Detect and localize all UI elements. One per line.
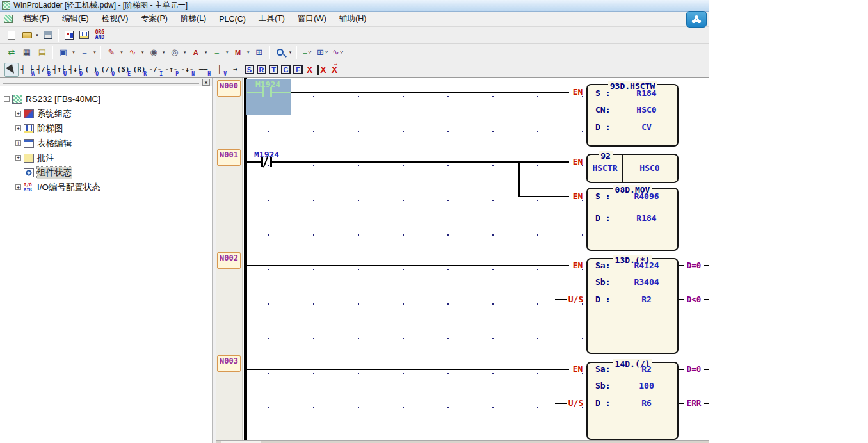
mdi-child-icon[interactable]	[4, 15, 13, 23]
component-signal-caret[interactable]: ▼	[141, 51, 145, 54]
motor-config-button[interactable]: ◉	[147, 45, 161, 60]
collapse-box-icon[interactable]: −	[4, 96, 10, 102]
counter-c-button[interactable]: C	[281, 65, 291, 74]
step-s-button[interactable]: S	[245, 65, 254, 74]
expand-box-icon[interactable]: +	[15, 155, 21, 161]
menu-project[interactable]: 专案(P)	[134, 12, 174, 26]
coil-reset-tool[interactable]: (R)R	[131, 63, 147, 77]
motor-config-caret[interactable]: ▼	[162, 51, 166, 54]
component-a-caret[interactable]: ▼	[204, 51, 208, 54]
motor-caret[interactable]: ▼	[183, 51, 187, 54]
function-block-divide[interactable]: 14D.(/) Sa: R2 Sb: 100 D : R6	[586, 362, 679, 440]
param-value[interactable]: R2	[623, 294, 670, 304]
hline-tool[interactable]: ──H	[195, 63, 211, 77]
param-value[interactable]: R6	[623, 398, 670, 408]
select-cursor-button[interactable]	[4, 63, 19, 77]
network-label-n002[interactable]: N002	[217, 252, 241, 269]
param-value[interactable]: R4096	[623, 191, 670, 201]
ladder-row-button[interactable]: ≡	[77, 45, 92, 60]
instruction-mode-button[interactable]: ORG AND	[93, 28, 107, 42]
delete-element-button[interactable]: X	[307, 65, 312, 75]
coil-tool[interactable]: ( )O	[83, 63, 99, 77]
contact-nc-tool[interactable]: ┤/├B	[35, 63, 51, 77]
menu-file[interactable]: 档案(F)	[17, 12, 56, 26]
query-ladder-button[interactable]: ⊞?	[316, 45, 330, 60]
query-contact-button[interactable]: ∿?	[331, 45, 345, 60]
monitor-table-button[interactable]	[62, 28, 76, 42]
param-value[interactable]: R3404	[623, 277, 670, 287]
motor-button[interactable]: ◎	[168, 45, 182, 60]
tree-root[interactable]: − RS232 [FBs-40MC]	[4, 92, 212, 106]
relay-r-button[interactable]: R	[257, 65, 266, 74]
ladder-editor[interactable]: N000 N001 N002 N003 M1924 EN 93D.HSCTW S…	[216, 78, 709, 443]
menu-help[interactable]: 辅助(H)	[333, 12, 373, 26]
query-status-button[interactable]: ≡?	[300, 45, 314, 60]
convert-ladder-button[interactable]: ⇄	[4, 45, 19, 60]
delete-vline-button[interactable]: X	[317, 65, 326, 75]
param-value[interactable]: CV	[623, 122, 670, 132]
status-list-caret[interactable]: ▼	[225, 51, 229, 54]
expand-box-icon[interactable]: +	[15, 140, 21, 146]
expand-box-icon[interactable]: +	[15, 184, 21, 190]
find-caret[interactable]: ▼	[289, 51, 293, 54]
timer-t-button[interactable]: T	[269, 65, 278, 74]
network-block-button[interactable]: ▣	[56, 45, 70, 60]
coil-set-tool[interactable]: (S)E	[115, 63, 131, 77]
edge-down-tool[interactable]: -↓-N	[179, 63, 195, 77]
status-list-button[interactable]: ≡	[210, 45, 224, 60]
network-label-n003[interactable]: N003	[217, 355, 241, 372]
network-block-caret[interactable]: ▼	[72, 51, 76, 54]
menu-view[interactable]: 检视(V)	[95, 12, 135, 26]
function-block-hsctw[interactable]: 93D.HSCTW S : R184 CN: HSC0 D : CV	[586, 84, 679, 147]
coil-negated-tool[interactable]: (/)Q	[99, 63, 115, 77]
network-label-n001[interactable]: N001	[217, 149, 241, 166]
reference-book-button[interactable]: ▤	[35, 45, 49, 60]
function-f-button[interactable]: F	[293, 65, 303, 74]
component-signal-button[interactable]: ∿	[125, 45, 140, 60]
contact-rising-tool[interactable]: ┤↑├U	[51, 63, 67, 77]
tree-item-comment[interactable]: + 批注	[4, 150, 212, 165]
param-value[interactable]: R2	[623, 364, 670, 374]
function-block-mov[interactable]: 08D.MOV S : R4096 D : R184	[586, 188, 679, 251]
invert-tool[interactable]: -/-I	[147, 63, 163, 77]
close-panel-button[interactable]: x	[202, 79, 210, 86]
menu-plc[interactable]: PLC(C)	[213, 13, 252, 25]
expand-box-icon[interactable]: +	[15, 111, 21, 117]
param-value[interactable]: HSC0	[623, 105, 670, 115]
panel-grip[interactable]	[3, 81, 199, 84]
tree-item-io-config[interactable]: + I/OXYR I/O编号配置状态	[4, 180, 212, 195]
open-dropdown-caret[interactable]: ▼	[35, 33, 39, 37]
edit-component-caret[interactable]: ▼	[120, 51, 124, 54]
menu-window[interactable]: 窗口(W)	[291, 12, 333, 26]
component-m-caret[interactable]: ▼	[246, 51, 250, 54]
contact-label[interactable]: M1924	[255, 79, 280, 89]
open-file-button[interactable]	[20, 28, 34, 42]
overlay-widget-button[interactable]	[686, 11, 707, 28]
param-value[interactable]: R184	[623, 88, 670, 98]
edge-up-tool[interactable]: -↑-P	[163, 63, 179, 77]
function-block-multiply[interactable]: 13D.(*) Sa: R4124 Sb: R3404 D : R2	[586, 258, 679, 354]
vline-tool[interactable]: │V	[211, 63, 227, 77]
tree-item-ladder-diagram[interactable]: + 阶梯图	[4, 121, 212, 136]
ic-chip-button[interactable]: ▦	[20, 45, 34, 60]
tree-item-table-edit[interactable]: + 表格编辑	[4, 136, 212, 150]
hscrollbar-track[interactable]	[216, 440, 709, 443]
delete-network-button[interactable]: →X	[332, 65, 337, 75]
block-cell[interactable]: HSCTR	[588, 163, 622, 173]
param-value[interactable]: R184	[623, 213, 670, 223]
find-button[interactable]	[273, 45, 287, 60]
param-value[interactable]: 100	[623, 381, 670, 391]
network-label-n000[interactable]: N000	[217, 80, 241, 97]
param-value[interactable]: R4124	[623, 261, 670, 270]
contact-no-symbol[interactable]	[262, 87, 264, 97]
expand-box-icon[interactable]: +	[15, 125, 21, 131]
menu-ladder[interactable]: 阶梯(L)	[174, 12, 213, 26]
tree-item-component-status[interactable]: 组件状态	[4, 165, 212, 180]
ladder-row-caret[interactable]: ▼	[93, 51, 97, 54]
save-button[interactable]	[41, 28, 55, 42]
block-cell[interactable]: HSC0	[622, 163, 677, 173]
menu-tool[interactable]: 工具(T)	[252, 12, 291, 26]
table-shortcut-button[interactable]: ⊞	[252, 45, 266, 60]
ladder-window-button[interactable]	[77, 28, 92, 42]
contact-no-tool[interactable]: ┤ ├A	[19, 63, 35, 77]
